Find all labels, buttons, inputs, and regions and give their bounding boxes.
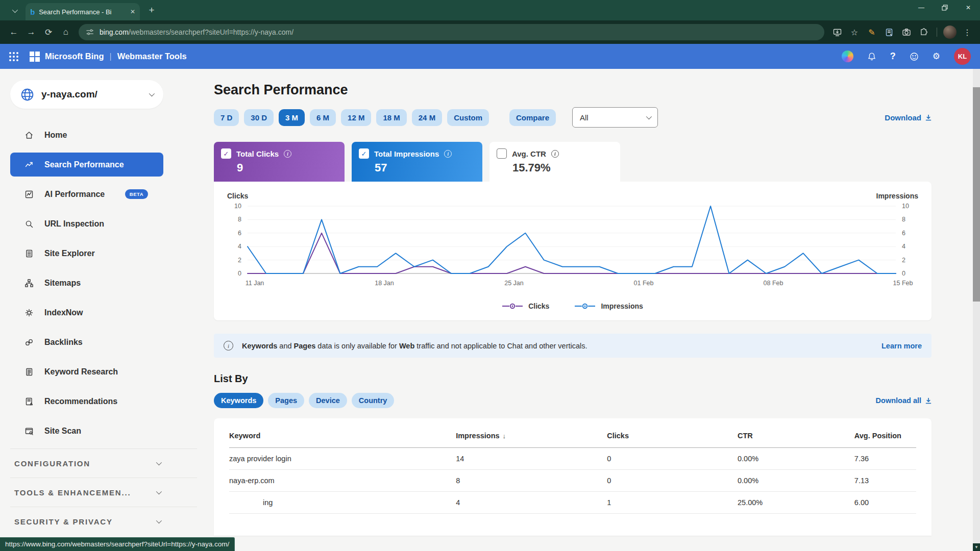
window-restore-button[interactable]	[933, 0, 957, 15]
scrollbar-thumb[interactable]	[973, 87, 980, 302]
total-clicks-checkbox[interactable]: ✓	[221, 148, 231, 159]
browser-tab[interactable]: b Search Performance - Bi ✕	[26, 3, 140, 20]
legend-clicks[interactable]: Clicks	[502, 302, 549, 310]
back-button[interactable]: ←	[5, 23, 22, 41]
range-24m-button[interactable]: 24 M	[412, 109, 442, 126]
column-clicks[interactable]: Clicks	[607, 432, 738, 440]
sort-desc-icon: ↓	[503, 432, 506, 440]
sidebar-item-indexnow[interactable]: IndexNow	[10, 300, 163, 324]
column-impressions[interactable]: Impressions↓	[456, 432, 607, 440]
total-impressions-checkbox[interactable]: ✓	[359, 148, 369, 159]
sidebar-item-keyword-research[interactable]: Keyword Research	[10, 360, 163, 384]
browser-scan-icon	[24, 427, 34, 436]
globe-icon	[20, 88, 34, 102]
sidebar-section-tools[interactable]: TOOLS & ENHANCEMEN...	[10, 478, 197, 507]
copilot-icon[interactable]	[842, 51, 853, 62]
sidebar-item-backlinks[interactable]: Backlinks	[10, 330, 163, 354]
feedback-smiley-icon[interactable]	[910, 52, 919, 61]
compare-button[interactable]: Compare	[509, 109, 556, 126]
app-header: Microsoft Bing | Webmaster Tools ? ⚙ KL	[0, 44, 980, 69]
learn-more-link[interactable]: Learn more	[881, 342, 922, 350]
range-7d-button[interactable]: 7 D	[214, 109, 239, 126]
sidebar-item-site-scan[interactable]: Site Scan	[10, 419, 163, 443]
product-name[interactable]: Microsoft Bing	[45, 52, 104, 61]
tab-keywords[interactable]: Keywords	[214, 393, 263, 408]
sidebar-item-recommendations[interactable]: Recommendations	[10, 389, 163, 413]
sidebar-section-security[interactable]: SECURITY & PRIVACY	[10, 507, 197, 536]
tab-pages[interactable]: Pages	[268, 393, 304, 408]
page-scrollbar[interactable]: ▼	[973, 69, 980, 551]
range-6m-button[interactable]: 6 M	[310, 109, 336, 126]
range-3m-button[interactable]: 3 M	[279, 109, 305, 126]
install-app-icon[interactable]	[829, 24, 845, 40]
sidebar-item-search-performance[interactable]: Search Performance	[10, 153, 163, 177]
column-ctr[interactable]: CTR	[738, 432, 854, 440]
tab-country[interactable]: Country	[352, 393, 395, 408]
download-icon	[925, 114, 932, 121]
sidebar-nav: Home Search Performance AI Performance B…	[10, 123, 163, 443]
tab-search-button[interactable]	[7, 4, 21, 18]
restore-icon	[942, 5, 948, 11]
line-chart[interactable]: 0022446688101011 Jan18 Jan25 Jan01 Feb08…	[226, 202, 917, 297]
tab-title: Search Performance - Bi	[39, 8, 127, 16]
waffle-menu-icon[interactable]	[9, 52, 18, 61]
sidebar-item-url-inspection[interactable]: URL Inspection	[10, 212, 163, 236]
table-row[interactable]: zaya provider login 14 0 0.00% 7.36	[229, 448, 916, 470]
home-button[interactable]: ⌂	[57, 23, 75, 41]
bookmark-star-icon[interactable]: ☆	[847, 24, 862, 40]
vertical-filter-select[interactable]: All	[572, 107, 658, 128]
table-row[interactable]: ing 4 1 25.00% 6.00	[229, 492, 916, 514]
total-clicks-card[interactable]: ✓ Total Clicks i 9	[214, 142, 345, 182]
chevron-down-icon	[646, 114, 652, 119]
site-settings-icon[interactable]	[86, 28, 94, 36]
settings-gear-icon[interactable]: ⚙	[933, 51, 940, 62]
column-keyword[interactable]: Keyword	[229, 432, 456, 440]
document-alert-icon	[24, 397, 34, 406]
legend-impressions[interactable]: Impressions	[575, 302, 643, 310]
main-content: Search Performance 7 D 30 D 3 M 6 M 12 M…	[199, 69, 980, 551]
range-18m-button[interactable]: 18 M	[376, 109, 406, 126]
help-icon[interactable]: ?	[890, 51, 896, 62]
extensions-puzzle-icon[interactable]	[916, 24, 932, 40]
url-text: bing.com/webmasters/searchperf?siteUrl=h…	[100, 28, 293, 36]
browser-menu-icon[interactable]: ⋮	[960, 24, 975, 40]
notifications-bell-icon[interactable]	[867, 52, 876, 61]
sidebar-item-site-explorer[interactable]: Site Explorer	[10, 241, 163, 265]
camera-extension-icon[interactable]	[899, 24, 914, 40]
range-30d-button[interactable]: 30 D	[244, 109, 274, 126]
svg-text:10: 10	[234, 203, 241, 210]
tab-close-icon[interactable]: ✕	[130, 8, 135, 15]
column-avg-position[interactable]: Avg. Position	[854, 432, 916, 440]
range-custom-button[interactable]: Custom	[447, 109, 489, 126]
pencil-extension-icon[interactable]: ✎	[864, 24, 879, 40]
download-all-link[interactable]: Download all	[876, 396, 932, 405]
svg-text:4: 4	[902, 243, 905, 250]
total-impressions-card[interactable]: ✓ Total Impressions i 57	[352, 142, 482, 182]
notes-extension-icon[interactable]	[881, 24, 897, 40]
download-link[interactable]: Download	[885, 113, 932, 122]
account-avatar[interactable]: KL	[954, 48, 971, 65]
browser-profile-avatar[interactable]	[942, 24, 958, 40]
table-row[interactable]: naya-erp.com 8 0 0.00% 7.13	[229, 470, 916, 492]
sidebar-item-ai-performance[interactable]: AI Performance BETA	[10, 182, 163, 206]
url-host: bing.com	[100, 28, 129, 36]
window-minimize-button[interactable]: —	[910, 0, 933, 15]
range-12m-button[interactable]: 12 M	[341, 109, 371, 126]
status-bar-url: https://www.bing.com/webmasters/searchpe…	[0, 537, 235, 551]
window-close-button[interactable]: ✕	[957, 0, 980, 15]
site-selector[interactable]: y-naya.com/	[10, 80, 163, 109]
sidebar-section-configuration[interactable]: CONFIGURATION	[10, 448, 197, 478]
tab-device[interactable]: Device	[309, 393, 347, 408]
avg-ctr-card[interactable]: Avg. CTR i 15.79%	[489, 142, 620, 182]
sidebar-item-home[interactable]: Home	[10, 123, 163, 147]
chevron-down-icon	[149, 91, 155, 96]
forward-button[interactable]: →	[22, 23, 40, 41]
avg-ctr-checkbox[interactable]	[497, 148, 507, 159]
svg-text:15 Feb: 15 Feb	[893, 280, 913, 287]
address-bar[interactable]: bing.com/webmasters/searchperf?siteUrl=h…	[79, 24, 824, 40]
site-name: y-naya.com/	[41, 89, 97, 100]
new-tab-button[interactable]: +	[145, 4, 158, 17]
sidebar-item-sitemaps[interactable]: Sitemaps	[10, 271, 163, 295]
suite-name[interactable]: Webmaster Tools	[117, 52, 187, 61]
reload-button[interactable]: ⟳	[40, 23, 57, 41]
